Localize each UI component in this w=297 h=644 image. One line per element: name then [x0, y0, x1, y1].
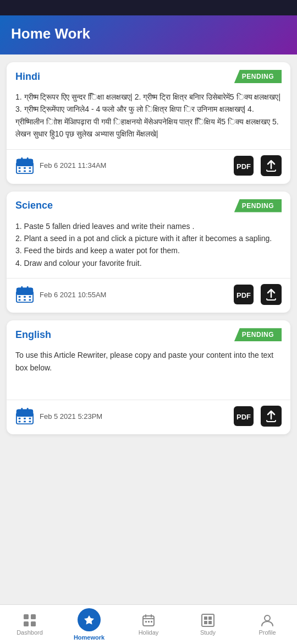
date-text-english: Feb 5 2021 5:23PM [40, 412, 102, 421]
pending-badge-hindi: PENDING [234, 70, 282, 83]
nav-item-dashboard[interactable]: Dashbord [0, 613, 59, 636]
card-body-science: 1. Paste 5 fallen dried leaves and write… [7, 218, 290, 275]
card-footer-science: Feb 6 2021 10:55AM PDF [7, 278, 290, 313]
card-footer-hindi: Feb 6 2021 11:34AM PDF [7, 149, 290, 184]
pdf-icon-english[interactable]: PDF [233, 406, 254, 427]
svg-rect-11 [29, 170, 31, 172]
action-icons-english: PDF [233, 406, 282, 427]
pending-badge-science: PENDING [234, 199, 282, 212]
action-icons-science: PDF [233, 284, 282, 305]
svg-rect-61 [208, 621, 212, 624]
card-header-english: English PENDING [7, 320, 290, 347]
svg-rect-34 [21, 408, 23, 412]
upload-icon-science[interactable] [261, 284, 282, 305]
svg-rect-33 [16, 410, 33, 417]
nav-label-profile: Profile [258, 629, 276, 636]
upload-icon-hindi[interactable] [261, 155, 282, 176]
pending-badge-english: PENDING [234, 328, 282, 341]
svg-rect-48 [31, 621, 36, 626]
svg-rect-25 [24, 299, 26, 301]
svg-rect-18 [16, 288, 33, 295]
page-title: Home Work [11, 25, 286, 42]
svg-text:PDF: PDF [237, 291, 251, 299]
subject-title-hindi: Hindi [15, 71, 40, 83]
nav-item-homework[interactable]: Homework [59, 608, 119, 641]
svg-rect-8 [29, 167, 31, 168]
nav-item-study[interactable]: Study [178, 613, 238, 636]
svg-rect-41 [29, 421, 31, 423]
svg-rect-58 [204, 616, 207, 620]
subject-title-english: English [15, 329, 51, 341]
svg-rect-7 [24, 167, 26, 168]
card-footer-english: Feb 5 2021 5:23PM PDF [7, 400, 290, 434]
study-icon [201, 613, 215, 627]
svg-rect-26 [29, 299, 31, 301]
card-body-hindi: 1. ग्रीष्म ट्रिूपर एिए सुन्दर ि‌िक्षा क्… [7, 89, 290, 146]
svg-rect-54 [145, 621, 147, 623]
calendar-icon-science [15, 285, 34, 304]
profile-icon [260, 613, 274, 627]
homework-circle-icon [78, 608, 101, 631]
svg-rect-5 [27, 157, 29, 161]
card-hindi: Hindi PENDING 1. ग्रीष्म ट्रिूपर एिए सुन… [7, 62, 290, 184]
date-text-hindi: Feb 6 2021 11:34AM [40, 161, 106, 170]
date-section-english: Feb 5 2021 5:23PM [15, 407, 102, 425]
svg-rect-38 [29, 418, 31, 419]
status-bar [0, 0, 297, 15]
calendar-icon-english [15, 407, 34, 425]
content-area: Hindi PENDING 1. ग्रीष्म ट्रिूपर एिए सुन… [0, 54, 297, 604]
svg-rect-3 [16, 159, 33, 166]
svg-text:PDF: PDF [237, 162, 251, 171]
subject-title-science: Science [15, 200, 53, 211]
svg-rect-36 [19, 418, 21, 419]
date-section-hindi: Feb 6 2021 11:34AM [15, 156, 106, 175]
card-header-science: Science PENDING [7, 192, 290, 218]
date-text-science: Feb 6 2021 10:55AM [40, 291, 106, 299]
svg-rect-46 [31, 614, 36, 619]
svg-rect-19 [21, 286, 23, 290]
holiday-icon [141, 613, 156, 627]
nav-label-study: Study [200, 629, 216, 636]
svg-marker-49 [84, 615, 94, 625]
nav-label-dashboard: Dashbord [16, 629, 43, 636]
svg-rect-45 [24, 614, 29, 619]
svg-rect-40 [24, 421, 26, 423]
card-science: Science PENDING 1. Paste 5 fallen dried … [7, 192, 290, 313]
svg-rect-37 [24, 418, 26, 419]
svg-text:PDF: PDF [237, 413, 251, 421]
header: Home Work [0, 15, 297, 54]
upload-icon-english[interactable] [261, 406, 282, 427]
nav-item-profile[interactable]: Profile [238, 613, 297, 636]
card-english: English PENDING To use this Article Rewr… [7, 320, 290, 434]
pdf-icon-hindi[interactable]: PDF [233, 155, 254, 176]
svg-rect-57 [202, 614, 214, 626]
nav-item-holiday[interactable]: Holiday [119, 613, 178, 636]
bottom-navigation: Dashbord Homework Holiday Study [0, 604, 297, 644]
action-icons-hindi: PDF [233, 155, 282, 176]
svg-rect-9 [19, 170, 21, 172]
svg-rect-35 [27, 408, 29, 412]
card-body-english: To use this Article Rewriter, please cop… [7, 347, 290, 396]
nav-label-homework: Homework [74, 634, 105, 641]
svg-point-62 [265, 615, 270, 621]
date-section-science: Feb 6 2021 10:55AM [15, 285, 106, 304]
nav-label-holiday: Holiday [139, 629, 159, 636]
svg-rect-59 [208, 616, 212, 620]
dashboard-icon [23, 613, 37, 627]
svg-rect-55 [148, 621, 150, 623]
pdf-icon-science[interactable]: PDF [233, 284, 254, 305]
svg-rect-47 [24, 621, 29, 626]
svg-rect-39 [19, 421, 21, 423]
svg-rect-24 [19, 299, 21, 301]
svg-rect-10 [24, 170, 26, 172]
svg-rect-56 [151, 621, 152, 623]
svg-rect-4 [21, 157, 23, 161]
svg-rect-20 [27, 286, 29, 290]
calendar-icon-hindi [15, 156, 34, 175]
svg-rect-6 [19, 167, 21, 168]
svg-rect-21 [19, 296, 21, 298]
card-header-hindi: Hindi PENDING [7, 62, 290, 89]
svg-rect-23 [29, 296, 31, 298]
svg-rect-22 [24, 296, 26, 298]
svg-rect-60 [204, 621, 207, 624]
